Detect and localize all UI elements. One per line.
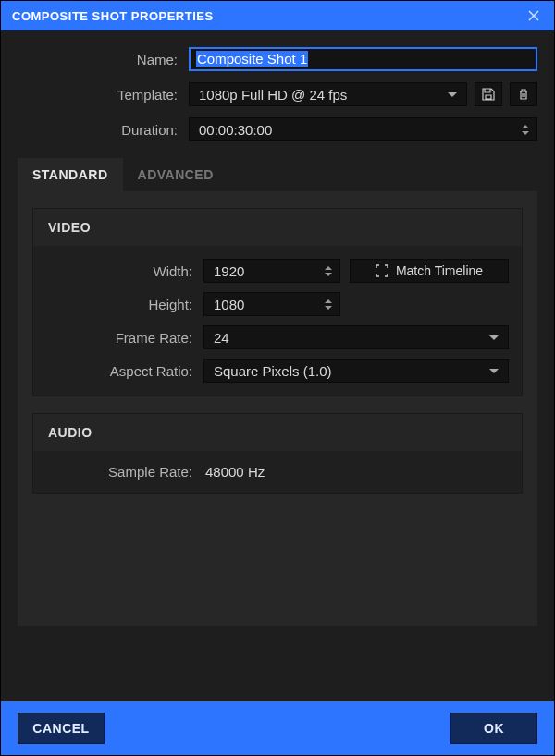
height-value: 1080	[214, 297, 244, 312]
template-label: Template:	[18, 87, 189, 103]
composite-shot-properties-dialog: COMPOSITE SHOT PROPERTIES Name: Composit…	[0, 0, 555, 756]
match-timeline-label: Match Timeline	[396, 263, 483, 278]
dialog-title: COMPOSITE SHOT PROPERTIES	[12, 9, 214, 23]
close-icon	[528, 6, 539, 25]
width-row: Width: 1920	[46, 259, 509, 283]
match-timeline-button[interactable]: Match Timeline	[350, 259, 509, 283]
delete-template-button[interactable]	[510, 82, 537, 106]
width-input[interactable]: 1920	[204, 259, 340, 283]
template-select[interactable]: 1080p Full HD @ 24 fps	[189, 82, 467, 106]
audio-header: AUDIO	[33, 414, 522, 451]
fullscreen-icon	[376, 264, 388, 277]
audio-section: AUDIO Sample Rate: 48000 Hz	[32, 413, 523, 494]
duration-input[interactable]: 00:00:30:00	[189, 117, 537, 141]
dialog-content: Name: Composite Shot 1 Template: 1080p F…	[1, 30, 554, 701]
duration-spinner	[522, 125, 529, 135]
name-input[interactable]: Composite Shot 1	[189, 47, 537, 71]
audio-body: Sample Rate: 48000 Hz	[33, 451, 522, 493]
tab-panel-standard: VIDEO Width: 1920	[18, 191, 537, 626]
duration-row: Duration: 00:00:30:00	[18, 117, 537, 141]
tabs: STANDARD ADVANCED	[18, 158, 537, 191]
samplerate-row: Sample Rate: 48000 Hz	[46, 464, 509, 480]
name-row: Name: Composite Shot 1	[18, 47, 537, 71]
height-spinner	[325, 299, 332, 310]
spin-up-icon[interactable]	[325, 266, 332, 270]
width-label: Width:	[46, 263, 204, 279]
ok-button[interactable]: OK	[450, 713, 537, 744]
samplerate-value: 48000 Hz	[204, 464, 265, 480]
save-icon	[482, 88, 495, 101]
aspect-row: Aspect Ratio: Square Pixels (1.0)	[46, 359, 509, 383]
chevron-down-icon	[489, 335, 499, 340]
duration-label: Duration:	[18, 122, 189, 138]
close-button[interactable]	[524, 6, 543, 26]
template-row: Template: 1080p Full HD @ 24 fps	[18, 82, 537, 106]
save-template-button[interactable]	[475, 82, 502, 106]
framerate-row: Frame Rate: 24	[46, 325, 509, 349]
height-label: Height:	[46, 297, 204, 312]
width-spinner	[325, 266, 332, 276]
video-header: VIDEO	[33, 209, 522, 246]
spin-up-icon[interactable]	[522, 125, 529, 128]
spin-down-icon[interactable]	[522, 131, 529, 135]
aspect-label: Aspect Ratio:	[46, 363, 204, 379]
dialog-footer: CANCEL OK	[1, 701, 554, 755]
width-value: 1920	[214, 263, 244, 279]
aspect-value: Square Pixels (1.0)	[214, 363, 332, 379]
framerate-select[interactable]: 24	[204, 325, 509, 349]
spin-down-icon[interactable]	[325, 273, 332, 276]
name-label: Name:	[18, 52, 189, 67]
chevron-down-icon	[448, 92, 457, 97]
titlebar: COMPOSITE SHOT PROPERTIES	[1, 1, 554, 30]
samplerate-label: Sample Rate:	[46, 464, 204, 480]
trash-icon	[517, 88, 530, 101]
framerate-label: Frame Rate:	[46, 330, 204, 346]
spin-down-icon[interactable]	[325, 306, 332, 310]
height-input[interactable]: 1080	[204, 292, 340, 316]
video-section: VIDEO Width: 1920	[32, 208, 523, 396]
height-row: Height: 1080	[46, 292, 509, 316]
tab-advanced[interactable]: ADVANCED	[123, 158, 228, 191]
tab-standard[interactable]: STANDARD	[18, 158, 123, 191]
template-value: 1080p Full HD @ 24 fps	[199, 87, 347, 103]
framerate-value: 24	[214, 330, 229, 346]
duration-value: 00:00:30:00	[199, 122, 272, 138]
spin-up-icon[interactable]	[325, 299, 332, 303]
aspect-select[interactable]: Square Pixels (1.0)	[204, 359, 509, 383]
chevron-down-icon	[489, 369, 499, 373]
video-body: Width: 1920	[33, 246, 522, 396]
cancel-button[interactable]: CANCEL	[18, 713, 105, 744]
